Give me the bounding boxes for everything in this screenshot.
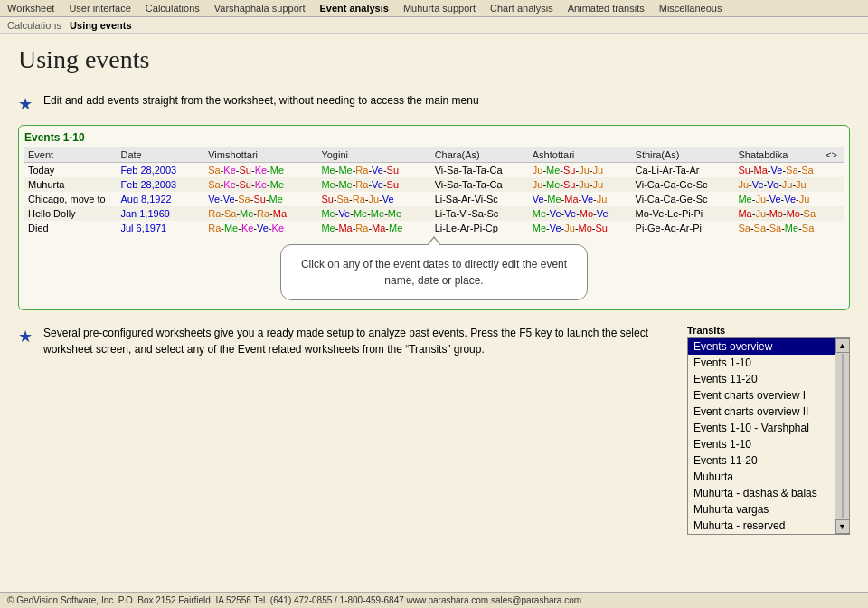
- cell-sthira: Pi-Ge-Aq-Ar-Pi: [632, 221, 735, 235]
- col-header-arrow: <>: [822, 147, 844, 163]
- scroll-down-button[interactable]: ▼: [835, 519, 850, 534]
- cell-sthira: Mo-Ve-Le-Pi-Pi: [632, 206, 735, 221]
- cell-date[interactable]: Jul 6,1971: [117, 221, 204, 235]
- cell-yogini: Su-Sa-Ra-Ju-Ve: [317, 192, 430, 206]
- cell-shat: Sa-Sa-Sa-Me-Sa: [734, 221, 822, 235]
- events-container: Events 1-10 Event Date Vimshottari Yogin…: [18, 125, 850, 310]
- transits-list-container: Events overview Events 1-10 Events 11-20…: [687, 337, 850, 535]
- cell-date[interactable]: Feb 28,2003: [117, 163, 204, 178]
- cell-yogini: Me-Ma-Ra-Ma-Me: [317, 221, 430, 235]
- cell-event: Chicago, move to: [24, 192, 117, 206]
- cell-shat: Su-Ma-Ve-Sa-Sa: [734, 163, 822, 178]
- nav-miscellaneous[interactable]: Miscellaneous: [657, 2, 724, 14]
- cell-shat: Ju-Ve-Ve-Ju-Ju: [734, 177, 822, 192]
- nav-worksheet[interactable]: Worksheet: [5, 2, 56, 14]
- cell-arrow: [822, 221, 844, 235]
- nav-varshaphala[interactable]: Varshaphala support: [212, 2, 307, 14]
- transits-scrollbar[interactable]: ▲ ▼: [835, 338, 849, 534]
- section-1: ★ Edit and add events straight from the …: [18, 92, 850, 114]
- cell-ashtot: Me-Ve-Ju-Mo-Su: [529, 221, 632, 235]
- cell-event: Died: [24, 221, 117, 235]
- cell-ashtot: Me-Ve-Ve-Mo-Ve: [529, 206, 632, 221]
- table-row: Hello Dolly Jan 1,1969 Ra-Sa-Me-Ra-Ma Me…: [24, 206, 844, 221]
- nav-event-analysis[interactable]: Event analysis: [317, 2, 390, 14]
- breadcrumb-current: Using events: [70, 20, 131, 31]
- cell-date[interactable]: Aug 8,1922: [117, 192, 204, 206]
- col-header-yogini: Yogini: [317, 147, 430, 163]
- cell-chara: Li-Ta-Vi-Sa-Sc: [431, 206, 529, 221]
- table-row: Died Jul 6,1971 Ra-Me-Ke-Ve-Ke Me-Ma-Ra-…: [24, 221, 844, 235]
- transit-item-events-varshphal[interactable]: Events 1-10 - Varshphal: [688, 420, 835, 436]
- cell-date[interactable]: Jan 1,1969: [117, 206, 204, 221]
- cell-event: Muhurta: [24, 177, 117, 192]
- cell-sthira: Vi-Ca-Ca-Ge-Sc: [632, 177, 735, 192]
- cell-event: Today: [24, 163, 117, 178]
- cell-chara: Li-Le-Ar-Pi-Cp: [431, 221, 529, 235]
- nav-muhurta[interactable]: Muhurta support: [401, 2, 477, 14]
- nav-chart-analysis[interactable]: Chart analysis: [488, 2, 555, 14]
- cell-vims: Ra-Me-Ke-Ve-Ke: [204, 221, 317, 235]
- transits-inner: Events overview Events 1-10 Events 11-20…: [688, 338, 835, 534]
- scroll-track: [842, 354, 844, 518]
- transit-item-muhurta[interactable]: Muhurta: [688, 469, 835, 485]
- table-row: Today Feb 28,2003 Sa-Ke-Su-Ke-Me Me-Me-R…: [24, 163, 844, 178]
- cell-chara: Li-Sa-Ar-Vi-Sc: [431, 192, 529, 206]
- cell-yogini: Me-Me-Ra-Ve-Su: [317, 177, 430, 192]
- nav-calculations[interactable]: Calculations: [144, 2, 202, 14]
- page-title: Using events: [18, 45, 850, 74]
- cell-ashtot: Ju-Me-Su-Ju-Ju: [529, 177, 632, 192]
- transit-item-muhurta-reserved[interactable]: Muhurta - reserved: [688, 518, 835, 534]
- transit-item-events-1-10[interactable]: Events 1-10: [688, 355, 835, 371]
- cell-vims: Ve-Ve-Sa-Su-Me: [204, 192, 317, 206]
- cell-shat: Ma-Ju-Mo-Mo-Sa: [734, 206, 822, 221]
- footer: © GeoVision Software, Inc. P.O. Box 2152…: [0, 592, 868, 608]
- transit-item-muhurta-vargas[interactable]: Muhurta vargas: [688, 501, 835, 518]
- cell-arrow: [822, 192, 844, 206]
- section-2-row: ★ Several pre-configured worksheets give…: [18, 325, 669, 535]
- cell-event: Hello Dolly: [24, 206, 117, 221]
- transit-item-event-charts-1[interactable]: Event charts overview I: [688, 387, 835, 404]
- scroll-up-button[interactable]: ▲: [835, 338, 850, 353]
- events-table-title: Events 1-10: [24, 131, 844, 144]
- nav-user-interface[interactable]: User interface: [67, 2, 132, 14]
- col-header-ashtot: Ashtottari: [529, 147, 632, 163]
- cell-shat: Me-Ju-Ve-Ve-Ju: [734, 192, 822, 206]
- col-header-event: Event: [24, 147, 117, 163]
- cell-ashtot: Ve-Me-Ma-Ve-Ju: [529, 192, 632, 206]
- transit-item-event-charts-2[interactable]: Event charts overview II: [688, 404, 835, 420]
- transit-item-events-11-20b[interactable]: Events 11-20: [688, 452, 835, 469]
- cell-yogini: Me-Me-Ra-Ve-Su: [317, 163, 430, 178]
- col-header-sthira: Sthira(As): [632, 147, 735, 163]
- cell-date[interactable]: Feb 28,2003: [117, 177, 204, 192]
- col-header-chara: Chara(As): [431, 147, 529, 163]
- transits-panel: Transits Events overview Events 1-10 Eve…: [687, 325, 850, 535]
- cell-ashtot: Ju-Me-Su-Ju-Ju: [529, 163, 632, 178]
- star-icon-2: ★: [18, 327, 33, 347]
- table-row: Muhurta Feb 28,2003 Sa-Ke-Su-Ke-Me Me-Me…: [24, 177, 844, 192]
- breadcrumb-parent[interactable]: Calculations: [7, 20, 61, 31]
- transit-item-events-overview[interactable]: Events overview: [688, 338, 835, 355]
- section-2-container: ★ Several pre-configured worksheets give…: [18, 325, 850, 535]
- section-1-text: Edit and add events straight from the wo…: [43, 92, 479, 109]
- transit-item-events-1-10b[interactable]: Events 1-10: [688, 436, 835, 452]
- events-table-body: Today Feb 28,2003 Sa-Ke-Su-Ke-Me Me-Me-R…: [24, 163, 844, 236]
- transits-title: Transits: [687, 325, 850, 336]
- cell-vims: Ra-Sa-Me-Ra-Ma: [204, 206, 317, 221]
- events-table: Event Date Vimshottari Yogini Chara(As) …: [24, 147, 844, 235]
- top-navigation: Worksheet User interface Calculations Va…: [0, 0, 868, 17]
- table-row: Chicago, move to Aug 8,1922 Ve-Ve-Sa-Su-…: [24, 192, 844, 206]
- cell-vims: Sa-Ke-Su-Ke-Me: [204, 163, 317, 178]
- cell-yogini: Me-Ve-Me-Me-Me: [317, 206, 430, 221]
- section-2-text: Several pre-configured worksheets give y…: [43, 325, 669, 357]
- nav-animated-transits[interactable]: Animated transits: [566, 2, 646, 14]
- footer-text: © GeoVision Software, Inc. P.O. Box 2152…: [7, 595, 581, 605]
- cell-chara: Vi-Sa-Ta-Ta-Ca: [431, 177, 529, 192]
- main-content: Using events ★ Edit and add events strai…: [0, 34, 868, 546]
- cell-arrow: [822, 163, 844, 178]
- transit-item-muhurta-dashas[interactable]: Muhurta - dashas & balas: [688, 485, 835, 501]
- cell-sthira: Vi-Ca-Ca-Ge-Sc: [632, 192, 735, 206]
- star-icon-1: ★: [18, 94, 33, 114]
- callout-bubble: Click on any of the event dates to direc…: [280, 244, 588, 300]
- cell-arrow: [822, 206, 844, 221]
- transit-item-events-11-20[interactable]: Events 11-20: [688, 371, 835, 387]
